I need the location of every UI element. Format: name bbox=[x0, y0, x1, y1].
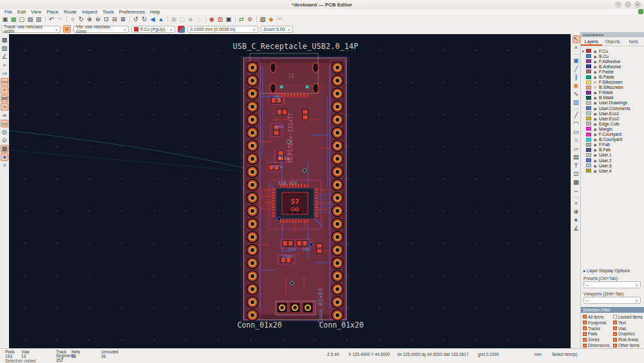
select-tool[interactable]: ↖ bbox=[573, 35, 580, 43]
layer-color-swatch[interactable] bbox=[586, 163, 591, 167]
layer-row[interactable]: ▶ F.Cu bbox=[581, 48, 644, 53]
plot[interactable]: ▥ bbox=[35, 15, 43, 23]
footprint-editor[interactable]: ▧ bbox=[259, 15, 267, 23]
board-setup[interactable]: ▦ bbox=[10, 15, 17, 23]
checkbox[interactable] bbox=[613, 315, 617, 319]
footprint-checker[interactable]: ▥ bbox=[216, 15, 224, 23]
zoom-in[interactable]: ⊕ bbox=[86, 15, 93, 23]
visibility-eye-icon[interactable] bbox=[592, 75, 598, 79]
track-width-select[interactable]: Track: use netclass width bbox=[1, 26, 61, 33]
filter-option[interactable]: Rule Areas bbox=[613, 338, 643, 342]
update-pcb-from-schematic[interactable]: ⇄ bbox=[238, 15, 245, 23]
visibility-eye-icon[interactable] bbox=[592, 64, 598, 69]
units-mils[interactable]: mil bbox=[1, 70, 8, 77]
add-via[interactable]: ◉ bbox=[573, 82, 580, 89]
layer-row[interactable]: ▶ B.Silkscreen bbox=[581, 85, 644, 90]
flip-horizontal[interactable]: ◀ bbox=[149, 15, 156, 23]
visibility-eye-icon[interactable] bbox=[592, 158, 598, 163]
track-outlines[interactable]: ▭ bbox=[1, 120, 8, 127]
menu-item[interactable]: Inspect bbox=[79, 9, 100, 15]
layer-color-swatch[interactable] bbox=[586, 96, 591, 100]
layer-row[interactable]: ▶ B.Fab bbox=[581, 147, 644, 153]
visibility-eye-icon[interactable] bbox=[592, 80, 598, 84]
layer-color-swatch[interactable] bbox=[586, 64, 591, 68]
zone-fills[interactable]: ▩ bbox=[1, 145, 8, 153]
via-size-select[interactable]: Via: use netclass sizes bbox=[73, 26, 129, 33]
zoom-select[interactable]: Zoom 5.00 bbox=[261, 26, 293, 33]
layer-color-swatch[interactable] bbox=[586, 54, 591, 58]
units-inches[interactable]: in bbox=[1, 61, 8, 69]
find[interactable]: ○ bbox=[69, 15, 77, 23]
layer-row[interactable]: ▶ B.Cu bbox=[581, 53, 644, 59]
layer-row[interactable]: ▶ F.Courtyard bbox=[581, 132, 644, 137]
layer-color-swatch[interactable] bbox=[586, 148, 591, 152]
add-rectangle[interactable]: ▭ bbox=[573, 128, 580, 136]
add-zone[interactable]: ▨ bbox=[573, 98, 580, 106]
checkbox[interactable] bbox=[613, 338, 617, 342]
rotate-cw[interactable]: ↻ bbox=[140, 15, 148, 23]
add-table[interactable]: ▦ bbox=[573, 178, 580, 186]
pcb-canvas[interactable]: J1 57 GND bbox=[9, 34, 571, 348]
curved-ratsnest[interactable]: ≈ bbox=[1, 103, 8, 111]
visibility-eye-icon[interactable] bbox=[592, 59, 598, 64]
zoom-to-objects[interactable]: ⊟ bbox=[111, 15, 118, 23]
layer-color-swatch[interactable] bbox=[586, 116, 591, 120]
ungroup[interactable]: ▢ bbox=[178, 15, 186, 23]
add-textbox[interactable]: ⊡ bbox=[573, 170, 580, 178]
menu-item[interactable]: Preferences bbox=[117, 9, 147, 15]
layer-color-swatch[interactable] bbox=[586, 153, 591, 157]
tab-layers[interactable]: Layers bbox=[581, 37, 602, 46]
group[interactable]: ▣ bbox=[170, 15, 178, 23]
route-tracks[interactable]: ╱ bbox=[573, 65, 580, 73]
layer-row[interactable]: ▶ User.Eco1 bbox=[581, 111, 644, 116]
layer-color-swatch[interactable] bbox=[586, 106, 591, 110]
layer-color-swatch[interactable] bbox=[586, 169, 591, 172]
layer-row[interactable]: ▶ User.Eco2 bbox=[581, 116, 644, 121]
tab-objects[interactable]: Objects bbox=[602, 37, 623, 46]
filter-option[interactable]: Other items bbox=[613, 343, 643, 348]
route-differential-pairs[interactable]: ∥ bbox=[573, 73, 580, 81]
visibility-eye-icon[interactable] bbox=[592, 127, 598, 131]
add-text[interactable]: T bbox=[573, 162, 580, 169]
layer-row[interactable]: ▶ F.Mask bbox=[581, 90, 644, 95]
visibility-eye-icon[interactable] bbox=[592, 95, 598, 100]
grid-visibility[interactable]: ▦ bbox=[1, 36, 8, 44]
checkbox[interactable] bbox=[583, 344, 587, 348]
filter-option[interactable]: All items bbox=[583, 315, 613, 319]
checkbox[interactable] bbox=[583, 321, 587, 324]
filter-option[interactable]: Vias bbox=[613, 326, 643, 331]
visibility-eye-icon[interactable] bbox=[592, 85, 598, 89]
add-polygon[interactable]: ▱ bbox=[573, 145, 580, 153]
checkbox[interactable] bbox=[613, 321, 617, 324]
measure-tool[interactable]: ∡ bbox=[573, 225, 580, 232]
visibility-eye-icon[interactable] bbox=[592, 70, 598, 74]
filter-option[interactable]: Graphics bbox=[613, 332, 643, 337]
layer-row[interactable]: ▶ F.Paste bbox=[581, 69, 644, 74]
layer-color-swatch[interactable] bbox=[586, 143, 591, 147]
visibility-eye-icon[interactable] bbox=[592, 116, 598, 121]
visibility-eye-icon[interactable] bbox=[592, 122, 598, 126]
visibility-eye-icon[interactable] bbox=[592, 54, 598, 59]
visibility-eye-icon[interactable] bbox=[592, 90, 598, 95]
polar-coordinates[interactable]: ∠ bbox=[1, 53, 8, 60]
layer-color-swatch[interactable] bbox=[586, 101, 591, 105]
layer-row[interactable]: ▶ User.Comments bbox=[581, 106, 644, 111]
visibility-eye-icon[interactable] bbox=[592, 169, 598, 173]
image-converter[interactable]: ◆ bbox=[267, 15, 275, 23]
add-line[interactable]: ╱ bbox=[573, 111, 580, 119]
via-outlines[interactable]: ◎ bbox=[1, 128, 8, 136]
lock[interactable]: ◆ bbox=[187, 15, 194, 23]
visibility-eye-icon[interactable] bbox=[592, 147, 598, 152]
layer-color-swatch[interactable] bbox=[586, 133, 591, 136]
tune-track-length[interactable]: ∿ bbox=[573, 90, 580, 98]
filter-option[interactable]: Footprints bbox=[583, 321, 613, 325]
visibility-eye-icon[interactable] bbox=[592, 137, 598, 142]
visibility-eye-icon[interactable] bbox=[592, 111, 598, 116]
layer-color-swatch[interactable] bbox=[586, 91, 591, 95]
filter-option[interactable]: Locked items bbox=[613, 315, 643, 319]
layer-row[interactable]: ▶ User.2 bbox=[581, 158, 644, 163]
layer-row[interactable]: ▶ User.1 bbox=[581, 153, 644, 158]
page-settings[interactable]: ▢ bbox=[18, 15, 26, 23]
visibility-eye-icon[interactable] bbox=[592, 132, 598, 136]
checkbox[interactable] bbox=[583, 332, 587, 336]
